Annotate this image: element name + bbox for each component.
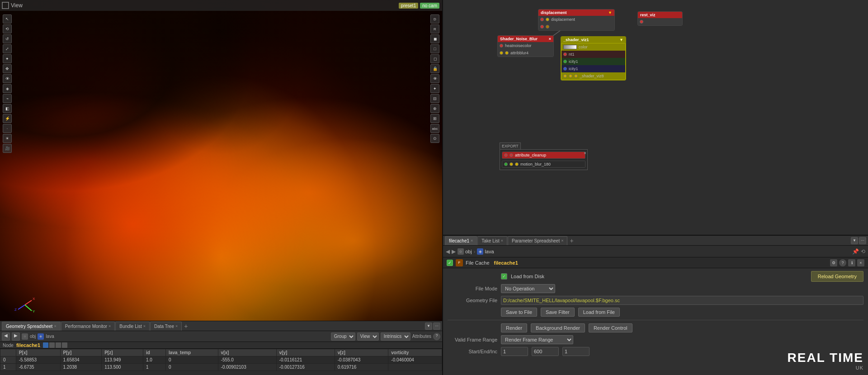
scale-tool-btn[interactable]: ⤢ (3, 44, 12, 53)
nav-refresh-btn[interactable]: ⟲ (861, 248, 865, 255)
tab-data-tree[interactable]: Data Tree × (150, 322, 182, 331)
camera-badge[interactable]: no cam (420, 3, 439, 9)
nav-lava-label[interactable]: lava (485, 249, 494, 254)
prop-close-btn[interactable]: × (857, 259, 864, 266)
surf-tool-btn[interactable]: ◧ (3, 104, 12, 113)
nav-pin-btn[interactable]: 📌 (852, 248, 859, 255)
nav-forward-btn[interactable]: ▶ (452, 248, 456, 255)
add-prop-tab-btn[interactable]: + (568, 237, 575, 244)
select-tool-btn[interactable]: ↖ (3, 14, 12, 24)
node-rest-viz[interactable]: rest_viz (637, 11, 683, 26)
cam-tool-btn[interactable]: 🎥 (3, 144, 12, 153)
vp-extra-btn[interactable]: ⊙ (430, 134, 439, 143)
view-icon (2, 2, 9, 9)
col-py[interactable]: P[y] (60, 349, 102, 356)
valid-frame-range-select[interactable]: Render Frame Range (501, 335, 573, 344)
prop-info-btn[interactable]: ℹ (848, 259, 855, 266)
node-displacement[interactable]: displacement ▼ displacement (538, 9, 615, 31)
nav-obj-label[interactable]: obj (465, 249, 472, 254)
prop-help-btn[interactable]: ? (839, 259, 846, 266)
start-frame-input[interactable] (501, 347, 528, 356)
svg-rect-0 (2, 2, 9, 9)
prop-collapse-btn[interactable]: ▼ (851, 237, 858, 244)
inc-frame-input[interactable] (562, 347, 590, 356)
col-lava-temp[interactable]: lava_temp (166, 349, 218, 356)
geo-tool-btn[interactable]: ◈ (3, 84, 12, 93)
light-tool-btn[interactable]: ☀ (3, 134, 12, 143)
tab-take-list[interactable]: Take List × (477, 236, 507, 245)
shading-btn[interactable]: ◼ (430, 34, 439, 43)
node-name-label: filecache1 (16, 342, 40, 348)
file-mode-select[interactable]: No Operation (501, 284, 555, 293)
display-options-btn[interactable]: D (430, 14, 439, 24)
tab-geometry-spreadsheet[interactable]: Geometry Spreadsheet × (2, 322, 61, 331)
render-btn[interactable]: R (430, 24, 439, 33)
collapse-panel-btn[interactable]: ▼ (425, 323, 432, 330)
wire-btn[interactable]: □ (430, 44, 439, 53)
svg-line-2 (25, 305, 32, 311)
save-to-file-btn[interactable]: Save to File (501, 308, 537, 317)
path-obj-label[interactable]: obj (30, 334, 36, 339)
export-group[interactable]: attribute_cleanup motion_blur_180 (500, 149, 588, 170)
svg-line-3 (18, 305, 25, 309)
node-type-display: File Cache (466, 260, 490, 266)
tab-parameter-spreadsheet[interactable]: Parameter Spreadsheet × (508, 236, 567, 245)
save-filter-btn[interactable]: Save Filter (541, 308, 575, 317)
curve-tool-btn[interactable]: ⌁ (3, 94, 12, 103)
col-id[interactable]: id (143, 349, 165, 356)
preset-badge[interactable]: preset1 (399, 3, 418, 9)
col-vy[interactable]: v[y] (276, 349, 335, 356)
vis-btn[interactable]: 👁 (430, 74, 439, 83)
panel-options-btn[interactable]: ⋯ (433, 323, 440, 330)
forward-btn[interactable]: ▶ (12, 332, 20, 341)
reload-geometry-btn[interactable]: Reload Geometry (811, 271, 863, 282)
ghost-btn[interactable]: ◻ (430, 54, 439, 63)
rotate-tool-btn[interactable]: ↺ (3, 34, 12, 43)
geometry-file-input[interactable] (501, 296, 863, 305)
back-btn[interactable]: ◀ (2, 332, 10, 341)
spreadsheet-help-btn[interactable]: ? (433, 333, 440, 340)
properties-tabs-bar: filecache1 × Take List × Parameter Sprea… (443, 236, 868, 246)
prop-gear-btn[interactable]: ⚙ (830, 259, 837, 266)
col-pz[interactable]: P[z] (102, 349, 143, 356)
lock-btn[interactable]: 🔒 (430, 64, 439, 73)
axes-btn[interactable]: ⊕ (430, 104, 439, 113)
end-frame-input[interactable] (532, 347, 559, 356)
part-tool-btn[interactable]: · (3, 124, 12, 133)
particle-btn[interactable]: ✦ (430, 84, 439, 93)
intrinsics-select[interactable]: Intrinsics (381, 332, 410, 341)
tab-filecache1[interactable]: filecache1 × (445, 236, 477, 245)
tab-bundle-list[interactable]: Bundle List × (115, 322, 150, 331)
motion-blur-label: motion_blur_180 (520, 162, 551, 166)
col-px[interactable]: P[x] (16, 349, 60, 356)
col-vorticity[interactable]: vorticity (388, 349, 442, 356)
col-vz[interactable]: v[z] (335, 349, 388, 356)
load-from-file-btn[interactable]: Load from File (578, 308, 620, 317)
obj-btn[interactable]: ⊞ (430, 114, 439, 123)
export-close-btn[interactable]: × (584, 151, 586, 156)
prop-options-btn[interactable]: ⋯ (859, 237, 866, 244)
view-select[interactable]: View (357, 332, 379, 341)
view-tool-btn[interactable]: 👁 (3, 74, 12, 83)
render-control-btn[interactable]: Render Control (589, 323, 632, 332)
node-shader-viz1[interactable]: _shader_viz1 ▼ color (561, 36, 626, 81)
nav-obj-icon: ○ (458, 248, 464, 255)
col-vx[interactable]: v[x] (218, 349, 276, 356)
add-tab-btn[interactable]: + (182, 323, 189, 330)
bg-render-btn[interactable]: Background Render (531, 323, 585, 332)
node-shader-noise-blur[interactable]: Shader_Noise_Blur × heatnoisecolor (497, 35, 554, 57)
floor-btn[interactable]: ⊟ (430, 94, 439, 103)
handle-tool-btn[interactable]: ✥ (3, 64, 12, 73)
filecache-check[interactable]: ✓ (447, 260, 453, 266)
nav-back-btn[interactable]: ◀ (446, 248, 450, 255)
snap-tool-btn[interactable]: ✦ (3, 54, 12, 63)
load-from-disk-checkbox[interactable]: ✓ (501, 273, 507, 280)
group-select[interactable]: Group (331, 332, 355, 341)
transform-tool-btn[interactable]: ⟲ (3, 24, 12, 33)
render-btn-prop[interactable]: Render (501, 323, 527, 332)
col-rownum (0, 349, 16, 356)
path-lava-label[interactable]: lava (46, 334, 54, 339)
tab-performance-monitor[interactable]: Performance Monitor × (61, 322, 115, 331)
node-name-display: filecache1 (494, 260, 518, 266)
dyn-tool-btn[interactable]: ⚡ (3, 114, 12, 123)
